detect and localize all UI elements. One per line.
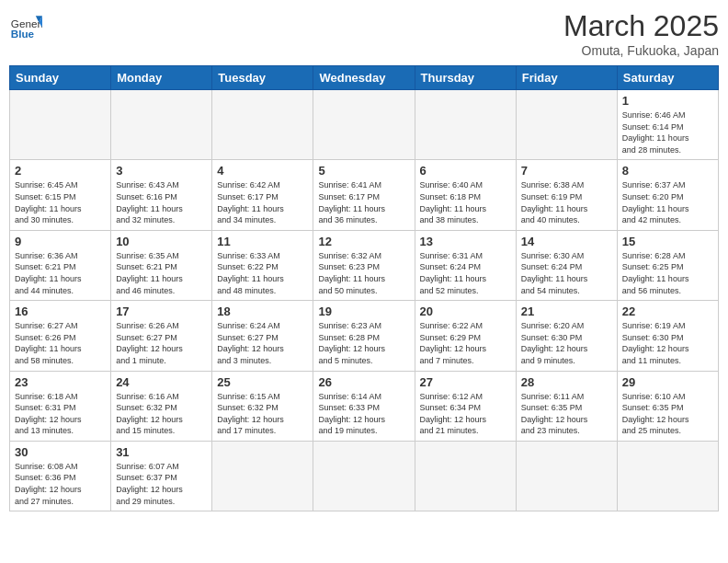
calendar-cell: 24Sunrise: 6:16 AM Sunset: 6:32 PM Dayli… <box>111 371 212 441</box>
calendar-cell: 1Sunrise: 6:46 AM Sunset: 6:14 PM Daylig… <box>617 90 718 160</box>
logo: General Blue <box>9 9 42 42</box>
title-block: March 2025 Omuta, Fukuoka, Japan <box>563 9 719 58</box>
calendar-table: SundayMondayTuesdayWednesdayThursdayFrid… <box>9 65 719 511</box>
calendar-cell: 3Sunrise: 6:43 AM Sunset: 6:16 PM Daylig… <box>111 160 212 230</box>
day-number: 11 <box>217 235 308 248</box>
calendar-week-3: 9Sunrise: 6:36 AM Sunset: 6:21 PM Daylig… <box>10 230 719 300</box>
page-header: General Blue March 2025 Omuta, Fukuoka, … <box>9 9 719 58</box>
calendar-cell <box>415 90 516 160</box>
calendar-cell: 30Sunrise: 6:08 AM Sunset: 6:36 PM Dayli… <box>10 441 111 511</box>
calendar-cell: 16Sunrise: 6:27 AM Sunset: 6:26 PM Dayli… <box>10 301 111 371</box>
day-number: 3 <box>116 164 207 178</box>
calendar-cell <box>313 441 415 511</box>
calendar-cell <box>111 90 212 160</box>
svg-text:Blue: Blue <box>11 28 35 40</box>
day-number: 29 <box>622 375 713 389</box>
day-number: 18 <box>217 304 308 318</box>
calendar-week-5: 23Sunrise: 6:18 AM Sunset: 6:31 PM Dayli… <box>10 371 719 441</box>
day-info: Sunrise: 6:36 AM Sunset: 6:21 PM Dayligh… <box>15 250 106 296</box>
day-info: Sunrise: 6:31 AM Sunset: 6:24 PM Dayligh… <box>420 250 511 296</box>
calendar-cell: 18Sunrise: 6:24 AM Sunset: 6:27 PM Dayli… <box>212 301 313 371</box>
day-info: Sunrise: 6:30 AM Sunset: 6:24 PM Dayligh… <box>521 250 612 296</box>
calendar-cell <box>617 441 718 511</box>
calendar-cell <box>415 441 516 511</box>
calendar-cell: 19Sunrise: 6:23 AM Sunset: 6:28 PM Dayli… <box>313 301 415 371</box>
day-info: Sunrise: 6:16 AM Sunset: 6:32 PM Dayligh… <box>116 391 207 437</box>
calendar-week-6: 30Sunrise: 6:08 AM Sunset: 6:36 PM Dayli… <box>10 441 719 511</box>
day-number: 21 <box>521 304 612 318</box>
calendar-week-1: 1Sunrise: 6:46 AM Sunset: 6:14 PM Daylig… <box>10 90 719 160</box>
calendar-cell: 25Sunrise: 6:15 AM Sunset: 6:32 PM Dayli… <box>212 371 313 441</box>
day-info: Sunrise: 6:20 AM Sunset: 6:30 PM Dayligh… <box>521 320 612 366</box>
weekday-header-friday: Friday <box>516 66 617 90</box>
day-number: 24 <box>116 375 207 389</box>
calendar-cell: 13Sunrise: 6:31 AM Sunset: 6:24 PM Dayli… <box>415 230 516 300</box>
day-info: Sunrise: 6:14 AM Sunset: 6:33 PM Dayligh… <box>318 391 409 437</box>
weekday-header-row: SundayMondayTuesdayWednesdayThursdayFrid… <box>10 66 719 90</box>
day-info: Sunrise: 6:45 AM Sunset: 6:15 PM Dayligh… <box>15 179 106 225</box>
month-year-title: March 2025 <box>563 9 719 43</box>
day-info: Sunrise: 6:15 AM Sunset: 6:32 PM Dayligh… <box>217 391 308 437</box>
day-info: Sunrise: 6:07 AM Sunset: 6:37 PM Dayligh… <box>116 461 207 507</box>
weekday-header-sunday: Sunday <box>10 66 111 90</box>
calendar-week-4: 16Sunrise: 6:27 AM Sunset: 6:26 PM Dayli… <box>10 301 719 371</box>
weekday-header-wednesday: Wednesday <box>313 66 415 90</box>
day-number: 8 <box>622 164 713 178</box>
day-info: Sunrise: 6:40 AM Sunset: 6:18 PM Dayligh… <box>420 179 511 225</box>
day-info: Sunrise: 6:35 AM Sunset: 6:21 PM Dayligh… <box>116 250 207 296</box>
weekday-header-monday: Monday <box>111 66 212 90</box>
day-number: 22 <box>622 304 713 318</box>
calendar-cell: 4Sunrise: 6:42 AM Sunset: 6:17 PM Daylig… <box>212 160 313 230</box>
day-info: Sunrise: 6:18 AM Sunset: 6:31 PM Dayligh… <box>15 391 106 437</box>
day-number: 23 <box>15 375 106 389</box>
day-info: Sunrise: 6:46 AM Sunset: 6:14 PM Dayligh… <box>622 109 713 155</box>
calendar-cell: 27Sunrise: 6:12 AM Sunset: 6:34 PM Dayli… <box>415 371 516 441</box>
calendar-cell: 6Sunrise: 6:40 AM Sunset: 6:18 PM Daylig… <box>415 160 516 230</box>
day-info: Sunrise: 6:12 AM Sunset: 6:34 PM Dayligh… <box>420 391 511 437</box>
day-number: 19 <box>318 304 409 318</box>
calendar-cell: 2Sunrise: 6:45 AM Sunset: 6:15 PM Daylig… <box>10 160 111 230</box>
calendar-cell: 7Sunrise: 6:38 AM Sunset: 6:19 PM Daylig… <box>516 160 617 230</box>
calendar-cell: 12Sunrise: 6:32 AM Sunset: 6:23 PM Dayli… <box>313 230 415 300</box>
calendar-cell: 11Sunrise: 6:33 AM Sunset: 6:22 PM Dayli… <box>212 230 313 300</box>
logo-icon: General Blue <box>9 9 42 42</box>
day-info: Sunrise: 6:08 AM Sunset: 6:36 PM Dayligh… <box>15 461 106 507</box>
calendar-cell: 5Sunrise: 6:41 AM Sunset: 6:17 PM Daylig… <box>313 160 415 230</box>
day-number: 27 <box>420 375 511 389</box>
calendar-cell <box>516 90 617 160</box>
day-info: Sunrise: 6:26 AM Sunset: 6:27 PM Dayligh… <box>116 320 207 366</box>
day-info: Sunrise: 6:11 AM Sunset: 6:35 PM Dayligh… <box>521 391 612 437</box>
calendar-cell: 14Sunrise: 6:30 AM Sunset: 6:24 PM Dayli… <box>516 230 617 300</box>
day-number: 31 <box>116 445 207 459</box>
calendar-cell <box>10 90 111 160</box>
day-info: Sunrise: 6:27 AM Sunset: 6:26 PM Dayligh… <box>15 320 106 366</box>
calendar-cell: 26Sunrise: 6:14 AM Sunset: 6:33 PM Dayli… <box>313 371 415 441</box>
day-number: 20 <box>420 304 511 318</box>
calendar-cell <box>212 441 313 511</box>
day-info: Sunrise: 6:41 AM Sunset: 6:17 PM Dayligh… <box>318 179 409 225</box>
calendar-cell: 15Sunrise: 6:28 AM Sunset: 6:25 PM Dayli… <box>617 230 718 300</box>
day-number: 7 <box>521 164 612 178</box>
day-number: 26 <box>318 375 409 389</box>
weekday-header-tuesday: Tuesday <box>212 66 313 90</box>
day-info: Sunrise: 6:43 AM Sunset: 6:16 PM Dayligh… <box>116 179 207 225</box>
day-number: 2 <box>15 164 106 178</box>
day-number: 28 <box>521 375 612 389</box>
day-info: Sunrise: 6:22 AM Sunset: 6:29 PM Dayligh… <box>420 320 511 366</box>
day-number: 12 <box>318 235 409 248</box>
day-info: Sunrise: 6:42 AM Sunset: 6:17 PM Dayligh… <box>217 179 308 225</box>
calendar-cell: 28Sunrise: 6:11 AM Sunset: 6:35 PM Dayli… <box>516 371 617 441</box>
day-number: 10 <box>116 235 207 248</box>
location-subtitle: Omuta, Fukuoka, Japan <box>563 43 719 58</box>
day-info: Sunrise: 6:32 AM Sunset: 6:23 PM Dayligh… <box>318 250 409 296</box>
calendar-cell: 20Sunrise: 6:22 AM Sunset: 6:29 PM Dayli… <box>415 301 516 371</box>
calendar-cell: 22Sunrise: 6:19 AM Sunset: 6:30 PM Dayli… <box>617 301 718 371</box>
day-number: 1 <box>622 94 713 108</box>
weekday-header-saturday: Saturday <box>617 66 718 90</box>
calendar-cell: 21Sunrise: 6:20 AM Sunset: 6:30 PM Dayli… <box>516 301 617 371</box>
calendar-week-2: 2Sunrise: 6:45 AM Sunset: 6:15 PM Daylig… <box>10 160 719 230</box>
day-info: Sunrise: 6:28 AM Sunset: 6:25 PM Dayligh… <box>622 250 713 296</box>
day-number: 9 <box>15 235 106 248</box>
calendar-cell: 29Sunrise: 6:10 AM Sunset: 6:35 PM Dayli… <box>617 371 718 441</box>
day-info: Sunrise: 6:37 AM Sunset: 6:20 PM Dayligh… <box>622 179 713 225</box>
